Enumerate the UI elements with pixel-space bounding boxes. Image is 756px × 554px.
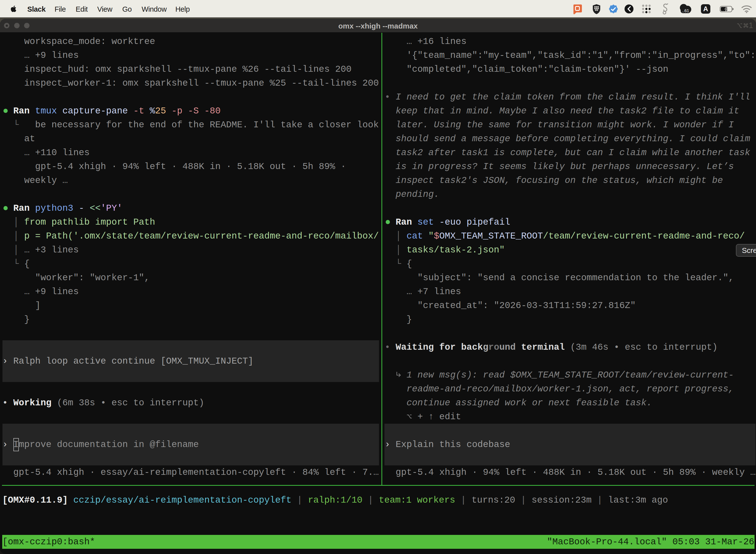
svg-text:..61: ..61: [682, 8, 689, 13]
